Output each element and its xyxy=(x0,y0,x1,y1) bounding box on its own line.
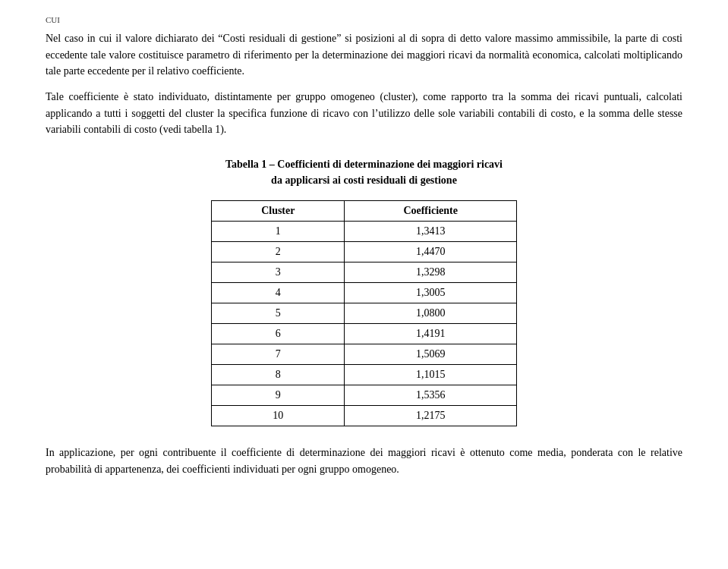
coefficient-cell: 1,3005 xyxy=(345,283,516,303)
table-title-line2: da applicarsi ai costi residuali di gest… xyxy=(271,174,457,186)
coefficient-cell: 1,2175 xyxy=(345,406,516,426)
cluster-cell: 1 xyxy=(212,222,345,242)
cluster-cell: 4 xyxy=(212,283,345,303)
table-row: 51,0800 xyxy=(212,303,517,324)
paragraph-3: In applicazione, per ogni contribuente i… xyxy=(46,445,682,477)
paragraph-2: Tale coefficiente è stato individuato, d… xyxy=(46,89,682,138)
cui-label: CUI xyxy=(46,15,682,24)
col-header-cluster: Cluster xyxy=(212,201,345,222)
cluster-cell: 7 xyxy=(212,344,345,365)
cluster-cell: 3 xyxy=(212,262,345,283)
coefficients-table: Cluster Coefficiente 11,341321,447031,32… xyxy=(211,200,517,426)
coefficient-cell: 1,4191 xyxy=(345,324,516,344)
cluster-cell: 6 xyxy=(212,324,345,344)
cluster-cell: 10 xyxy=(212,406,345,426)
coefficient-cell: 1,0800 xyxy=(345,303,516,324)
table-title-line1: Tabella 1 – Coefficienti di determinazio… xyxy=(225,159,503,170)
coefficient-cell: 1,3413 xyxy=(345,222,516,242)
coefficient-cell: 1,5069 xyxy=(345,344,516,365)
table-row: 21,4470 xyxy=(212,242,517,262)
col-header-coefficiente: Coefficiente xyxy=(345,201,516,222)
table-row: 61,4191 xyxy=(212,324,517,344)
cluster-cell: 2 xyxy=(212,242,345,262)
coefficient-cell: 1,5356 xyxy=(345,385,516,406)
cluster-cell: 8 xyxy=(212,365,345,385)
table-title: Tabella 1 – Coefficienti di determinazio… xyxy=(109,156,619,188)
cluster-cell: 5 xyxy=(212,303,345,324)
cluster-cell: 9 xyxy=(212,385,345,406)
coefficient-cell: 1,1015 xyxy=(345,365,516,385)
table-row: 91,5356 xyxy=(212,385,517,406)
paragraph-1: Nel caso in cui il valore dichiarato dei… xyxy=(46,30,682,80)
table-row: 31,3298 xyxy=(212,262,517,283)
table-row: 81,1015 xyxy=(212,365,517,385)
table-section: Tabella 1 – Coefficienti di determinazio… xyxy=(109,156,619,426)
table-row: 41,3005 xyxy=(212,283,517,303)
table-row: 11,3413 xyxy=(212,222,517,242)
coefficient-cell: 1,4470 xyxy=(345,242,516,262)
table-row: 71,5069 xyxy=(212,344,517,365)
table-row: 101,2175 xyxy=(212,406,517,426)
coefficient-cell: 1,3298 xyxy=(345,262,516,283)
